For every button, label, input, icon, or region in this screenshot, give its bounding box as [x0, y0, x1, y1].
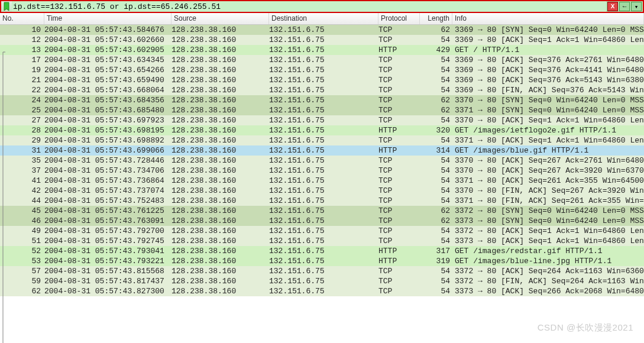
cell-source: 128.238.38.160: [171, 105, 269, 115]
cell-destination: 132.151.6.75: [269, 216, 378, 226]
packet-row[interactable]: 622004-08-31 05:57:43.827300128.238.38.1…: [0, 286, 644, 296]
cell-protocol: TCP: [378, 35, 420, 45]
cell-protocol: TCP: [378, 186, 420, 196]
col-header-dst[interactable]: Destination: [269, 13, 378, 24]
cell-info: 3370 → 80 [ACK] Seq=1 Ack=1 Win=64860 Le…: [452, 115, 644, 125]
cell-time: 2004-08-31 05:57:43.668064: [44, 85, 171, 95]
cell-length: 54: [420, 156, 452, 166]
cell-info: 3372 → 80 [ACK] Seq=1 Ack=1 Win=64860 Le…: [452, 226, 644, 236]
packet-row[interactable]: 352004-08-31 05:57:43.728446128.238.38.1…: [0, 156, 644, 166]
packet-row[interactable]: 252004-08-31 05:57:43.685480128.238.38.1…: [0, 105, 644, 115]
cell-time: 2004-08-31 05:57:43.697923: [44, 115, 171, 125]
cell-protocol: HTTP: [378, 125, 420, 135]
packet-row[interactable]: 172004-08-31 05:57:43.634345128.238.38.1…: [0, 55, 644, 65]
cell-destination: 132.151.6.75: [269, 125, 378, 135]
cell-length: 54: [420, 166, 452, 176]
col-header-info[interactable]: Info: [452, 13, 644, 24]
cell-no: 29: [0, 135, 44, 145]
cell-source: 128.238.38.160: [171, 196, 269, 206]
cell-destination: 132.151.6.75: [269, 246, 378, 256]
cell-time: 2004-08-31 05:57:43.634345: [44, 55, 171, 65]
cell-no: 19: [0, 65, 44, 75]
col-header-proto[interactable]: Protocol: [378, 13, 420, 24]
cell-no: 53: [0, 256, 44, 266]
cell-source: 128.238.38.160: [171, 75, 269, 85]
cell-info: 3369 → 80 [ACK] Seq=376 Ack=4141 Win=648…: [452, 65, 644, 75]
cell-length: 54: [420, 186, 452, 196]
cell-destination: 132.151.6.75: [269, 186, 378, 196]
cell-time: 2004-08-31 05:57:43.602905: [44, 45, 171, 55]
cell-no: 49: [0, 226, 44, 236]
display-filter-input[interactable]: [12, 1, 606, 12]
packet-row[interactable]: 282004-08-31 05:57:43.698195128.238.38.1…: [0, 125, 644, 135]
cell-length: 54: [420, 75, 452, 85]
cell-protocol: TCP: [378, 226, 420, 236]
cell-destination: 132.151.6.75: [269, 266, 378, 276]
packet-row[interactable]: 222004-08-31 05:57:43.668064128.238.38.1…: [0, 85, 644, 95]
col-header-len[interactable]: Length: [420, 13, 452, 24]
packet-row[interactable]: 442004-08-31 05:57:43.752483128.238.38.1…: [0, 196, 644, 206]
packet-row[interactable]: 372004-08-31 05:57:43.734706128.238.38.1…: [0, 166, 644, 176]
cell-source: 128.238.38.160: [171, 35, 269, 45]
cell-source: 128.238.38.160: [171, 145, 269, 156]
packet-row[interactable]: 492004-08-31 05:57:43.792700128.238.38.1…: [0, 226, 644, 236]
cell-destination: 132.151.6.75: [269, 166, 378, 176]
packet-row[interactable]: 132004-08-31 05:57:43.602905128.238.38.1…: [0, 45, 644, 55]
cell-source: 128.238.38.160: [171, 55, 269, 65]
cell-source: 128.238.38.160: [171, 276, 269, 286]
cell-length: 54: [420, 85, 452, 95]
cell-source: 128.238.38.160: [171, 135, 269, 145]
cell-no: 21: [0, 75, 44, 85]
packet-list[interactable]: 102004-08-31 05:57:43.584676128.238.38.1…: [0, 25, 644, 343]
filter-history-dropdown[interactable]: ▾: [631, 2, 642, 11]
cell-source: 128.238.38.160: [171, 176, 269, 186]
cell-no: 31: [0, 145, 44, 156]
packet-row[interactable]: 572004-08-31 05:57:43.815568128.238.38.1…: [0, 266, 644, 276]
packet-row[interactable]: 292004-08-31 05:57:43.698892128.238.38.1…: [0, 135, 644, 145]
cell-protocol: TCP: [378, 166, 420, 176]
cell-info: 3369 → 80 [SYN] Seq=0 Win=64240 Len=0 MS…: [452, 25, 644, 35]
clear-filter-button[interactable]: X: [607, 2, 618, 11]
packet-row[interactable]: 212004-08-31 05:57:43.659490128.238.38.1…: [0, 75, 644, 85]
cell-protocol: TCP: [378, 115, 420, 125]
packet-row[interactable]: 412004-08-31 05:57:43.736864128.238.38.1…: [0, 176, 644, 186]
packet-row[interactable]: 312004-08-31 05:57:43.699066128.238.38.1…: [0, 145, 644, 156]
packet-row[interactable]: 242004-08-31 05:57:43.684356128.238.38.1…: [0, 95, 644, 105]
packet-row[interactable]: 122004-08-31 05:57:43.602660128.238.38.1…: [0, 35, 644, 45]
packet-row[interactable]: 102004-08-31 05:57:43.584676128.238.38.1…: [0, 25, 644, 35]
cell-source: 128.238.38.160: [171, 156, 269, 166]
cell-protocol: HTTP: [378, 246, 420, 256]
packet-row[interactable]: 192004-08-31 05:57:43.654266128.238.38.1…: [0, 65, 644, 75]
cell-no: 62: [0, 286, 44, 296]
cell-info: 3369 → 80 [ACK] Seq=376 Ack=5143 Win=638…: [452, 75, 644, 85]
bookmark-icon[interactable]: [1, 2, 12, 11]
packet-row[interactable]: 532004-08-31 05:57:43.793221128.238.38.1…: [0, 256, 644, 266]
packet-row[interactable]: 462004-08-31 05:57:43.763091128.238.38.1…: [0, 216, 644, 226]
col-header-time[interactable]: Time: [44, 13, 171, 24]
packet-row[interactable]: 272004-08-31 05:57:43.697923128.238.38.1…: [0, 115, 644, 125]
cell-length: 54: [420, 266, 452, 276]
cell-info: 3373 → 80 [ACK] Seq=266 Ack=2068 Win=648…: [452, 286, 644, 296]
packet-row[interactable]: 452004-08-31 05:57:43.761225128.238.38.1…: [0, 206, 644, 216]
cell-protocol: TCP: [378, 65, 420, 75]
cell-source: 128.238.38.160: [171, 206, 269, 216]
cell-time: 2004-08-31 05:57:43.763091: [44, 216, 171, 226]
recent-filter-button[interactable]: ←: [619, 2, 630, 11]
cell-info: GET / HTTP/1.1: [452, 45, 644, 55]
col-header-no[interactable]: No.: [0, 13, 44, 24]
cell-source: 128.238.38.160: [171, 125, 269, 135]
cell-length: 54: [420, 35, 452, 45]
cell-length: 62: [420, 216, 452, 226]
cell-no: 59: [0, 276, 44, 286]
packet-row[interactable]: 512004-08-31 05:57:43.792745128.238.38.1…: [0, 236, 644, 246]
packet-row[interactable]: 592004-08-31 05:57:43.817437128.238.38.1…: [0, 276, 644, 286]
cell-destination: 132.151.6.75: [269, 176, 378, 186]
packet-row[interactable]: 422004-08-31 05:57:43.737074128.238.38.1…: [0, 186, 644, 196]
cell-time: 2004-08-31 05:57:43.827300: [44, 286, 171, 296]
cell-destination: 132.151.6.75: [269, 276, 378, 286]
col-header-src[interactable]: Source: [171, 13, 269, 24]
cell-info: 3369 → 80 [ACK] Seq=1 Ack=1 Win=64860 Le…: [452, 35, 644, 45]
cell-destination: 132.151.6.75: [269, 65, 378, 75]
cell-no: 27: [0, 115, 44, 125]
packet-row[interactable]: 522004-08-31 05:57:43.793041128.238.38.1…: [0, 246, 644, 256]
